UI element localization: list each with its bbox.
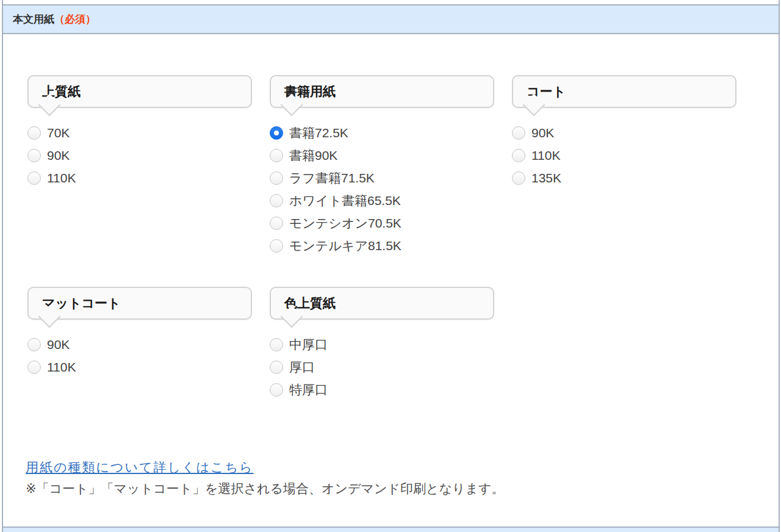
option-label: モンテシオン70.5K [289,215,401,232]
paper-option[interactable]: モンテシオン70.5K [270,212,494,234]
paper-option-list: 70K 90K 110K [27,121,252,189]
section-body: 上質紙 70K 90K 110K 書籍用紙 書籍72.5K 書籍90K ラフ書籍… [3,34,779,527]
paper-group-bubble: コート [512,75,736,108]
option-label: 特厚口 [289,381,328,398]
paper-option[interactable]: 70K [27,121,252,144]
option-label: 135K [531,171,561,185]
radio-button[interactable] [512,126,525,140]
paper-group-bubble: 色上質紙 [270,287,494,320]
paper-option[interactable]: 110K [27,356,252,378]
previous-row-edge [3,0,779,4]
paper-option-list: 90K 110K [27,333,252,378]
option-label: 90K [47,337,70,352]
option-label: 中厚口 [289,336,328,353]
paper-option[interactable]: モンテルキア81.5K [270,234,494,257]
radio-button[interactable] [512,171,525,185]
radio-button[interactable] [270,149,283,162]
paper-option-list: 中厚口 厚口 特厚口 [270,333,494,401]
paper-group-name: 色上質紙 [284,295,336,312]
paper-types-link[interactable]: 用紙の種類について詳しくはこちら [26,460,253,474]
paper-option[interactable]: 中厚口 [270,333,494,356]
paper-option[interactable]: 書籍72.5K [270,121,494,144]
paper-option[interactable]: 110K [27,167,252,189]
paper-group: 書籍用紙 書籍72.5K 書籍90K ラフ書籍71.5K ホワイト書籍65.5K… [270,75,494,257]
radio-button[interactable] [27,149,41,162]
section-header: 本文用紙（必須） [3,4,779,34]
option-label: 90K [47,148,70,163]
paper-option[interactable]: ラフ書籍71.5K [270,167,494,189]
section-footer: 用紙の種類について詳しくはこちら ※「コート」「マットコート」を選択される場合、… [26,459,504,497]
paper-option[interactable]: 特厚口 [270,378,494,401]
paper-group-bubble: 書籍用紙 [270,75,494,108]
radio-button[interactable] [512,149,525,162]
ondemand-print-note: ※「コート」「マットコート」を選択される場合、オンデマンド印刷となります。 [26,480,504,497]
radio-button[interactable] [270,383,283,397]
paper-option-list: 90K 110K 135K [512,121,736,189]
paper-group-name: 書籍用紙 [284,83,336,100]
paper-option[interactable]: 書籍90K [270,144,494,167]
paper-option-list: 書籍72.5K 書籍90K ラフ書籍71.5K ホワイト書籍65.5K モンテシ… [270,121,494,257]
next-row-edge [3,527,779,532]
option-label: 書籍90K [289,147,337,164]
radio-button[interactable] [27,171,41,185]
option-label: 厚口 [289,359,315,376]
body-paper-section: 本文用紙（必須） 上質紙 70K 90K 110K 書籍用紙 書籍72.5K 書… [2,0,780,532]
radio-button[interactable] [270,194,283,207]
radio-button[interactable] [27,338,41,351]
paper-group-name: マットコート [42,295,120,312]
radio-button[interactable] [270,361,283,374]
paper-option[interactable]: 110K [512,144,736,167]
paper-option[interactable]: 90K [27,144,252,167]
radio-button[interactable] [270,126,283,140]
option-label: 110K [47,171,76,185]
option-label: 書籍72.5K [289,124,348,142]
required-badge: （必須） [54,12,96,26]
paper-group: 色上質紙 中厚口 厚口 特厚口 [270,287,494,401]
option-label: 110K [531,148,561,163]
paper-group-bubble: マットコート [27,287,252,320]
radio-button[interactable] [270,338,283,351]
paper-group: コート 90K 110K 135K [512,75,736,257]
paper-option[interactable]: ホワイト書籍65.5K [270,189,494,212]
option-label: ラフ書籍71.5K [289,170,375,187]
option-label: モンテルキア81.5K [289,237,401,254]
option-label: 90K [531,126,554,140]
paper-option[interactable]: 厚口 [270,356,494,378]
paper-group: 上質紙 70K 90K 110K [27,75,252,257]
paper-groups-grid: 上質紙 70K 90K 110K 書籍用紙 書籍72.5K 書籍90K ラフ書籍… [27,75,736,401]
paper-option[interactable]: 90K [512,121,736,144]
radio-button[interactable] [27,361,41,374]
radio-button[interactable] [27,126,41,140]
radio-button[interactable] [270,239,283,253]
paper-option[interactable]: 135K [512,167,736,189]
option-label: 70K [47,126,70,140]
radio-button[interactable] [270,171,283,185]
option-label: ホワイト書籍65.5K [289,192,401,209]
paper-group-name: 上質紙 [42,83,81,100]
section-title: 本文用紙 [13,12,54,26]
paper-group: マットコート 90K 110K [27,287,252,401]
paper-option[interactable]: 90K [27,333,252,356]
paper-group-bubble: 上質紙 [27,75,252,108]
radio-button[interactable] [270,217,283,230]
paper-group-name: コート [527,83,566,100]
option-label: 110K [47,360,76,375]
